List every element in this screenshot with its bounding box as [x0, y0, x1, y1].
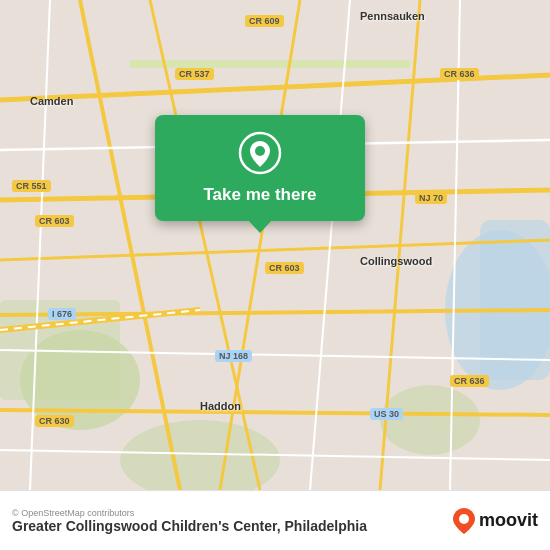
bottom-bar: © OpenStreetMap contributors Greater Col… — [0, 490, 550, 550]
take-me-there-button[interactable]: Take me there — [197, 183, 322, 207]
location-name: Greater Collingswood Children's Center, … — [12, 518, 453, 534]
svg-rect-7 — [130, 60, 410, 68]
road-label-cr603-right: CR 603 — [265, 262, 304, 274]
road-label-cr537: CR 537 — [175, 68, 214, 80]
road-label-cr551: CR 551 — [12, 180, 51, 192]
svg-rect-2 — [480, 220, 550, 380]
svg-point-27 — [459, 514, 469, 524]
svg-point-26 — [255, 146, 265, 156]
road-label-cr636-bot: CR 636 — [450, 375, 489, 387]
road-label-nj70: NJ 70 — [415, 192, 447, 204]
road-label-us30: US 30 — [370, 408, 403, 420]
location-pin-icon — [238, 131, 282, 175]
road-label-cr636-top: CR 636 — [440, 68, 479, 80]
copyright-text: © OpenStreetMap contributors — [12, 508, 453, 518]
moovit-pin-icon — [453, 508, 475, 534]
popup-card: Take me there — [155, 115, 365, 221]
bottom-info: © OpenStreetMap contributors Greater Col… — [12, 508, 453, 534]
road-label-cr603-left: CR 603 — [35, 215, 74, 227]
moovit-logo: moovit — [453, 508, 538, 534]
svg-point-6 — [380, 385, 480, 455]
road-label-cr609: CR 609 — [245, 15, 284, 27]
road-label-i676: I 676 — [48, 308, 76, 320]
map-container: Camden Pennsauken Collingswood Haddon CR… — [0, 0, 550, 490]
road-label-cr630: CR 630 — [35, 415, 74, 427]
moovit-text: moovit — [479, 510, 538, 531]
road-label-nj168: NJ 168 — [215, 350, 252, 362]
